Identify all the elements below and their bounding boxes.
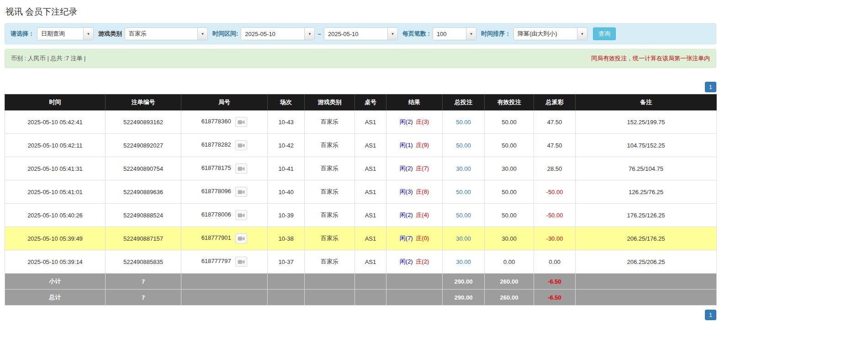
cell-round-id: 618778360 xyxy=(181,111,268,134)
subtotal-count: 7 xyxy=(106,274,181,290)
round-id-text: 618778360 xyxy=(201,118,231,125)
records-table: 时间 注单编号 局号 场次 游戏类别 桌号 结果 总投注 有效投注 总派彩 备注… xyxy=(5,94,717,306)
cell-time: 2025-05-10 05:41:01 xyxy=(5,180,106,204)
cell-result: 闲(3) 庄(8) xyxy=(386,180,443,204)
result-player: 闲(2) xyxy=(400,258,413,265)
page-1-button[interactable]: 1 xyxy=(705,310,716,320)
result-player: 闲(7) xyxy=(400,235,413,242)
subtotal-payout: -6.50 xyxy=(534,274,576,290)
cell-session: 10-40 xyxy=(268,180,305,204)
video-replay-icon[interactable] xyxy=(235,117,247,127)
cell-remark: 206.25/176.25 xyxy=(576,227,717,250)
total-count: 7 xyxy=(106,290,181,306)
video-replay-icon[interactable] xyxy=(235,187,247,197)
game-type-label: 游戏类别 xyxy=(98,30,122,38)
cell-round-id: 618778096 xyxy=(181,180,268,204)
page-size-input[interactable] xyxy=(433,28,466,40)
result-player: 闲(1) xyxy=(400,142,413,148)
sort-combo[interactable]: ▼ xyxy=(513,27,587,40)
cell-round-id: 618777901 xyxy=(181,227,268,250)
video-replay-icon[interactable] xyxy=(235,257,247,267)
video-replay-icon[interactable] xyxy=(235,210,247,220)
game-type-input[interactable] xyxy=(125,28,197,40)
cell-result: 闲(2) 庄(3) xyxy=(386,111,443,134)
round-id-text: 618778282 xyxy=(201,141,231,148)
page-size-label: 每页笔数 : xyxy=(402,30,430,38)
cell-valid-bet: 0.00 xyxy=(485,250,534,274)
cell-round-id: 618778006 xyxy=(181,204,268,227)
cell-total-bet[interactable]: 50.00 xyxy=(443,111,485,134)
video-replay-icon[interactable] xyxy=(235,233,247,243)
subtotal-total-bet: 290.00 xyxy=(443,274,485,290)
cell-valid-bet: 30.00 xyxy=(485,227,534,250)
cell-payout: -50.00 xyxy=(534,180,576,204)
chevron-down-icon[interactable]: ▼ xyxy=(197,28,207,40)
cell-payout: 0.00 xyxy=(534,250,576,274)
page-1-button[interactable]: 1 xyxy=(705,82,716,92)
cell-total-bet[interactable]: 30.00 xyxy=(443,227,485,250)
sort-label: 时间排序： xyxy=(481,30,511,38)
cell-time: 2025-05-10 05:42:11 xyxy=(5,134,106,157)
select-type-label: 请选择： xyxy=(11,30,34,38)
date-range-label: 时间区间: xyxy=(212,30,238,38)
result-banker: 庄(8) xyxy=(416,188,429,195)
cell-session: 10-42 xyxy=(268,134,305,157)
video-replay-icon[interactable] xyxy=(235,140,247,150)
round-id-text: 618778096 xyxy=(201,188,231,195)
col-header-table-no: 桌号 xyxy=(355,95,386,111)
col-header-remark: 备注 xyxy=(576,95,717,111)
cell-game-type: 百家乐 xyxy=(305,180,355,204)
table-row: 2025-05-10 05:39:14 522490885835 6187777… xyxy=(5,250,717,274)
game-type-combo[interactable]: ▼ xyxy=(125,27,208,40)
subtotal-row: 小计 7 290.00 260.00 -6.50 xyxy=(5,274,717,290)
cell-round-id: 618777797 xyxy=(181,250,268,274)
cell-result: 闲(7) 庄(0) xyxy=(386,227,443,250)
cell-total-bet[interactable]: 50.00 xyxy=(443,204,485,227)
cell-remark: 206.25/206.25 xyxy=(576,250,717,274)
total-payout: -6.50 xyxy=(534,290,576,306)
select-type-input[interactable] xyxy=(37,28,83,40)
round-id-text: 618778175 xyxy=(201,164,231,171)
cell-total-bet[interactable]: 30.00 xyxy=(443,250,485,274)
col-header-total-bet: 总投注 xyxy=(443,95,485,111)
pagination-bottom: 1 xyxy=(5,310,716,320)
video-replay-icon[interactable] xyxy=(235,164,247,174)
cell-game-type: 百家乐 xyxy=(305,134,355,157)
cell-total-bet[interactable]: 50.00 xyxy=(443,134,485,157)
cell-table-no: AS1 xyxy=(355,204,386,227)
cell-game-type: 百家乐 xyxy=(305,227,355,250)
table-body: 2025-05-10 05:42:41 522490893162 6187783… xyxy=(5,111,717,274)
cell-result: 闲(2) 庄(2) xyxy=(386,250,443,274)
pagination-top: 1 xyxy=(5,82,716,92)
page-size-combo[interactable]: ▼ xyxy=(433,27,476,40)
sort-input[interactable] xyxy=(514,28,577,40)
cell-payout: 28.50 xyxy=(534,157,576,180)
result-player: 闲(3) xyxy=(400,188,413,195)
chevron-down-icon[interactable]: ▼ xyxy=(387,28,397,40)
select-type-combo[interactable]: ▼ xyxy=(37,27,94,40)
cell-bet-id: 522490892027 xyxy=(106,134,181,157)
cell-bet-id: 522490885835 xyxy=(106,250,181,274)
cell-total-bet[interactable]: 50.00 xyxy=(443,180,485,204)
result-banker: 庄(0) xyxy=(416,235,429,242)
chevron-down-icon[interactable]: ▼ xyxy=(304,28,314,40)
date-to-input[interactable] xyxy=(324,28,387,40)
cell-table-no: AS1 xyxy=(355,250,386,274)
filter-bar: 请选择： ▼ 游戏类别 ▼ 时间区间: ▼ ~ ▼ 每页笔数 : ▼ 时间排序：… xyxy=(5,23,716,44)
cell-time: 2025-05-10 05:41:31 xyxy=(5,157,106,180)
cell-total-bet[interactable]: 30.00 xyxy=(443,157,485,180)
cell-bet-id: 522490887157 xyxy=(106,227,181,250)
cell-result: 闲(2) 庄(4) xyxy=(386,204,443,227)
date-from-input[interactable] xyxy=(241,28,304,40)
cell-table-no: AS1 xyxy=(355,180,386,204)
chevron-down-icon[interactable]: ▼ xyxy=(466,28,476,40)
cell-session: 10-41 xyxy=(268,157,305,180)
chevron-down-icon[interactable]: ▼ xyxy=(577,28,587,40)
currency-summary-text: 币别 : 人民币 | 总共 :7 注单 | xyxy=(11,54,86,63)
date-from-combo[interactable]: ▼ xyxy=(241,27,315,40)
search-button[interactable]: 查询 xyxy=(593,27,616,40)
chevron-down-icon[interactable]: ▼ xyxy=(83,28,93,40)
cell-time: 2025-05-10 05:39:14 xyxy=(5,250,106,274)
date-to-combo[interactable]: ▼ xyxy=(324,27,398,40)
col-header-bet-id: 注单编号 xyxy=(106,95,181,111)
